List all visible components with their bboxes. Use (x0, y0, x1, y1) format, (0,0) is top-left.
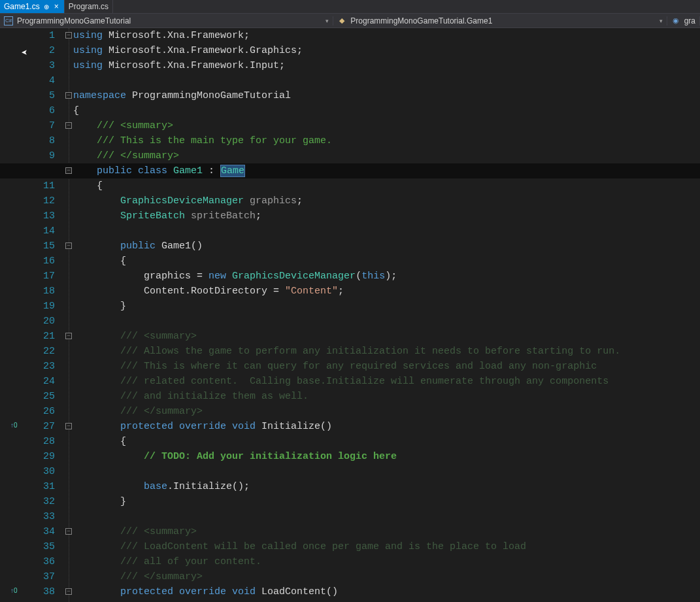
code-line[interactable]: base.Initialize(); (73, 479, 700, 494)
code-line[interactable] (73, 509, 700, 524)
code-line[interactable]: // TODO: Add your initialization logic h… (73, 449, 700, 464)
code-line[interactable]: /// This is where it can query for any r… (73, 359, 700, 374)
pin-icon[interactable]: ⊕ (44, 3, 49, 10)
chevron-down-icon: ▾ (659, 18, 663, 24)
line-number: 33 (24, 509, 55, 524)
tab-label: Game1.cs (4, 2, 40, 11)
line-number: 22 (24, 344, 55, 359)
code-line[interactable]: namespace ProgrammingMonoGameTutorial (73, 88, 700, 103)
line-number: 7 (24, 118, 55, 133)
field-icon: ◉ (671, 16, 680, 25)
close-icon[interactable]: × (53, 2, 60, 11)
code-line[interactable]: protected override void Initialize() (73, 419, 700, 434)
line-number: 6 (24, 103, 55, 118)
code-line[interactable]: { (73, 254, 700, 269)
line-number: 16 (24, 254, 55, 269)
scope-project-label: ProgrammingMonoGameTutorial (17, 16, 131, 25)
code-line[interactable]: public class Game1 : Game (73, 163, 700, 178)
code-line[interactable]: } (73, 494, 700, 509)
code-line[interactable]: /// <summary> (73, 118, 700, 133)
line-number: 15 (24, 239, 55, 254)
code-line[interactable]: { (73, 103, 700, 118)
line-number: 27 (24, 419, 55, 434)
line-number: 9 (24, 148, 55, 163)
code-line[interactable]: graphics = new GraphicsDeviceManager(thi… (73, 269, 700, 284)
code-line[interactable]: /// </summary> (73, 148, 700, 163)
line-number: 29 (24, 449, 55, 464)
line-number: 34 (24, 524, 55, 539)
line-number: 24 (24, 374, 55, 389)
line-number: 19 (24, 299, 55, 314)
code-line[interactable]: /// </summary> (73, 569, 700, 584)
code-line[interactable] (73, 224, 700, 239)
line-number: 35 (24, 539, 55, 554)
scope-member-dropdown[interactable]: ◉ gra (667, 16, 700, 25)
code-line[interactable]: Content.RootDirectory = "Content"; (73, 284, 700, 299)
class-icon: ◆ (337, 16, 346, 25)
code-line[interactable] (73, 314, 700, 329)
line-number: 31 (24, 479, 55, 494)
fold-column: −−−−−−−−− (64, 28, 73, 602)
line-number: 2 (24, 43, 55, 58)
line-number: 21 (24, 329, 55, 344)
indicator-margin: ➤ ↑0↑0 (0, 28, 24, 602)
chevron-down-icon: ▾ (325, 18, 329, 24)
code-line[interactable]: public Game1() (73, 239, 700, 254)
line-number: 12 (24, 193, 55, 209)
code-line[interactable]: /// </summary> (73, 404, 700, 419)
code-editor[interactable]: ➤ ↑0↑0 123456789101112131415161718192021… (0, 28, 700, 602)
tab-bar: Game1.cs ⊕ × Program.cs (0, 0, 700, 14)
code-line[interactable]: { (73, 434, 700, 449)
code-line[interactable]: using Microsoft.Xna.Framework.Graphics; (73, 43, 700, 58)
code-line[interactable]: } (73, 299, 700, 314)
line-number: 20 (24, 314, 55, 329)
fold-toggle[interactable]: − (65, 32, 72, 39)
code-line[interactable]: /// This is the main type for your game. (73, 133, 700, 148)
fold-toggle[interactable]: − (65, 92, 72, 99)
code-line[interactable]: /// LoadContent will be called once per … (73, 539, 700, 554)
fold-toggle[interactable]: − (65, 528, 72, 535)
line-number: 17 (24, 269, 55, 284)
code-line[interactable]: SpriteBatch spriteBatch; (73, 209, 700, 224)
line-number: 8 (24, 133, 55, 148)
file-tab[interactable]: Program.cs (65, 0, 113, 13)
code-line[interactable]: { (73, 178, 700, 193)
fold-toggle[interactable]: − (65, 333, 72, 339)
line-number: 11 (24, 178, 55, 193)
code-lens-references[interactable]: ↑0 (10, 422, 18, 429)
code-line[interactable]: /// <summary> (73, 329, 700, 344)
tab-label: Program.cs (69, 2, 108, 11)
code-line[interactable]: /// <summary> (73, 524, 700, 539)
file-tab-active[interactable]: Game1.cs ⊕ × (0, 0, 65, 13)
code-lens-references[interactable]: ↑0 (10, 587, 18, 594)
line-number: 5 (24, 88, 55, 103)
line-number: 38 (24, 584, 55, 599)
fold-toggle[interactable]: − (65, 167, 72, 174)
line-number: 32 (24, 494, 55, 509)
code-line[interactable]: using Microsoft.Xna.Framework; (73, 28, 700, 43)
fold-toggle[interactable]: − (65, 122, 72, 129)
code-line[interactable]: /// Allows the game to perform any initi… (73, 344, 700, 359)
scope-project-dropdown[interactable]: C# ProgrammingMonoGameTutorial ▾ (0, 16, 333, 25)
scope-class-dropdown[interactable]: ◆ ProgrammingMonoGameTutorial.Game1 ▾ (333, 16, 667, 25)
code-area[interactable]: using Microsoft.Xna.Framework;using Micr… (73, 28, 700, 602)
code-line[interactable]: protected override void LoadContent() (73, 584, 700, 599)
line-number-gutter: 1234567891011121314151617181920212223242… (24, 28, 64, 602)
code-line[interactable]: /// and initialize them as well. (73, 389, 700, 404)
code-line[interactable]: GraphicsDeviceManager graphics; (73, 193, 700, 209)
code-line[interactable] (73, 464, 700, 479)
fold-toggle[interactable]: − (65, 423, 72, 429)
line-number: 3 (24, 58, 55, 73)
line-number: 14 (24, 224, 55, 239)
fold-toggle[interactable]: − (65, 588, 72, 595)
code-line[interactable]: /// all of your content. (73, 554, 700, 569)
line-number: 37 (24, 569, 55, 584)
code-line[interactable]: using Microsoft.Xna.Framework.Input; (73, 58, 700, 73)
scope-member-label: gra (684, 16, 695, 25)
code-line[interactable] (73, 73, 700, 88)
line-number: 25 (24, 389, 55, 404)
line-number: 26 (24, 404, 55, 419)
line-number: 30 (24, 464, 55, 479)
code-line[interactable]: /// related content. Calling base.Initia… (73, 374, 700, 389)
fold-toggle[interactable]: − (65, 242, 72, 249)
